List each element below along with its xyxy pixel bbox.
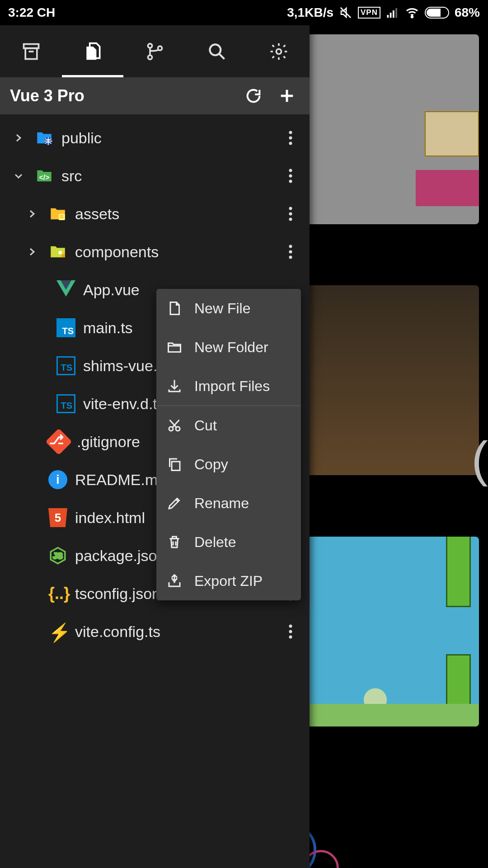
svg-point-43 (289, 636, 292, 639)
panel-tabs (0, 25, 310, 77)
menu-cut[interactable]: Cut (156, 406, 301, 445)
svg-rect-26 (60, 216, 63, 217)
chevron-right-icon (6, 132, 31, 143)
svg-point-34 (289, 250, 292, 254)
svg-point-11 (158, 46, 162, 50)
project-title: Vue 3 Pro (10, 86, 233, 105)
folder-assets[interactable]: assets (0, 195, 310, 233)
settings-tab[interactable] (248, 25, 310, 77)
menu-new-file[interactable]: New File (156, 289, 301, 328)
svg-point-14 (276, 49, 281, 54)
folder-src-icon: </> (31, 166, 58, 185)
svg-rect-27 (60, 217, 63, 218)
folder-src[interactable]: </> src (0, 157, 310, 195)
folder-assets-icon (44, 204, 71, 223)
more-icon[interactable] (277, 245, 304, 259)
file-vite-config[interactable]: ⚡ vite.config.ts (0, 613, 310, 651)
chevron-right-icon (20, 208, 44, 219)
chevron-down-icon (6, 170, 31, 181)
info-icon: i (44, 470, 71, 489)
menu-label: Delete (194, 534, 236, 551)
svg-line-13 (219, 54, 224, 59)
folder-label: components (71, 243, 277, 261)
menu-label: Cut (194, 417, 217, 434)
svg-text:</>: </> (39, 174, 50, 181)
project-header: Vue 3 Pro (0, 77, 310, 114)
more-icon[interactable] (277, 169, 304, 183)
folder-label: assets (71, 205, 277, 223)
ts-icon: TS (52, 318, 80, 337)
add-button[interactable] (274, 83, 300, 108)
folder-label: public (58, 129, 277, 147)
svg-point-5 (411, 16, 413, 18)
svg-text:JS: JS (53, 552, 62, 561)
chevron-right-icon (20, 246, 44, 257)
svg-rect-49 (172, 462, 180, 471)
svg-point-12 (210, 44, 221, 55)
vue-icon (52, 280, 80, 299)
folder-public-icon (31, 128, 58, 147)
svg-rect-7 (25, 48, 37, 59)
svg-point-42 (289, 630, 292, 633)
folder-public[interactable]: public (0, 119, 310, 157)
svg-point-22 (289, 169, 292, 172)
svg-rect-1 (387, 15, 389, 18)
status-time: 3:22 CH (8, 5, 55, 20)
svg-point-20 (289, 142, 292, 145)
svg-point-10 (148, 55, 152, 59)
network-speed: 3,1KB/s (287, 5, 333, 20)
menu-label: Copy (194, 456, 228, 473)
svg-point-29 (289, 212, 292, 216)
html5-icon: 5 (44, 508, 71, 527)
git-icon: ⎇ (44, 432, 71, 451)
menu-label: New Folder (194, 339, 268, 356)
svg-point-35 (289, 256, 292, 259)
file-label: vite.config.ts (71, 623, 277, 641)
menu-new-folder[interactable]: New Folder (156, 328, 301, 367)
more-icon[interactable] (277, 131, 304, 145)
folder-components[interactable]: components (0, 233, 310, 271)
files-tab[interactable] (62, 25, 124, 77)
svg-point-41 (289, 625, 292, 628)
menu-label: Rename (194, 495, 249, 512)
menu-rename[interactable]: Rename (156, 484, 301, 523)
archive-tab[interactable] (0, 25, 62, 77)
svg-rect-2 (390, 13, 392, 18)
more-icon[interactable] (277, 624, 304, 639)
menu-copy[interactable]: Copy (156, 445, 301, 484)
json-icon: {..} (44, 584, 71, 603)
menu-label: New File (194, 300, 250, 317)
menu-label: Import Files (194, 378, 270, 395)
battery-pct: 68% (455, 5, 480, 20)
svg-point-19 (289, 137, 292, 140)
svg-point-24 (289, 180, 292, 183)
folder-components-icon (44, 242, 71, 261)
svg-point-23 (289, 175, 292, 178)
scroll-hint-icon: ( (471, 430, 488, 487)
svg-point-9 (148, 43, 152, 47)
nodejs-icon: JS (44, 546, 71, 565)
refresh-button[interactable] (241, 83, 266, 108)
wifi-icon (405, 5, 419, 20)
menu-label: Export ZIP (194, 573, 263, 590)
folder-label: src (58, 167, 277, 185)
svg-point-30 (289, 218, 292, 221)
battery-icon (425, 7, 449, 19)
svg-rect-4 (395, 8, 397, 18)
svg-rect-3 (393, 10, 394, 18)
svg-rect-32 (62, 254, 65, 257)
status-bar: 3:22 CH 3,1KB/s VPN 68% (0, 0, 488, 25)
more-icon[interactable] (277, 207, 304, 221)
svg-rect-31 (59, 251, 62, 254)
vpn-badge: VPN (358, 7, 380, 19)
signal-icon (386, 6, 399, 19)
menu-import-files[interactable]: Import Files (156, 367, 301, 406)
mute-icon (339, 6, 352, 19)
svg-point-18 (289, 131, 292, 134)
vite-icon: ⚡ (44, 622, 71, 641)
menu-export-zip[interactable]: Export ZIP (156, 561, 301, 600)
menu-delete[interactable]: Delete (156, 523, 301, 561)
search-tab[interactable] (186, 25, 248, 77)
svg-point-33 (289, 245, 292, 248)
git-tab[interactable] (124, 25, 186, 77)
